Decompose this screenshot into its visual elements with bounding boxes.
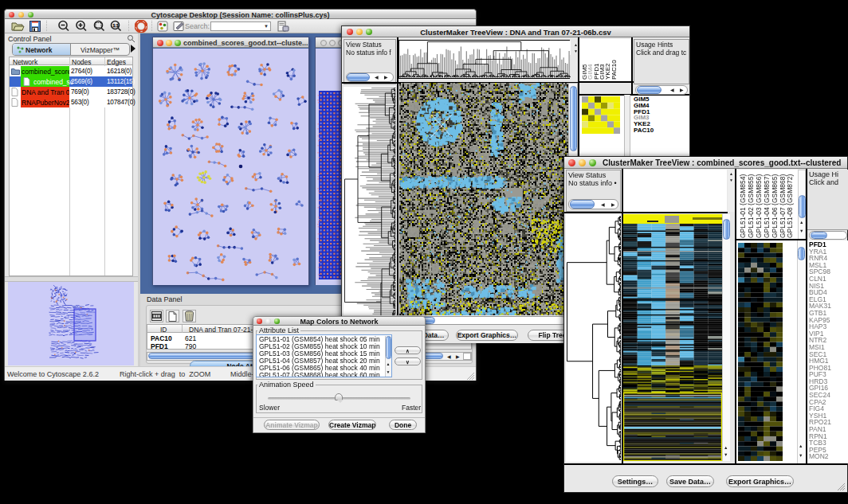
svg-text:1:1: 1:1 — [113, 23, 120, 28]
